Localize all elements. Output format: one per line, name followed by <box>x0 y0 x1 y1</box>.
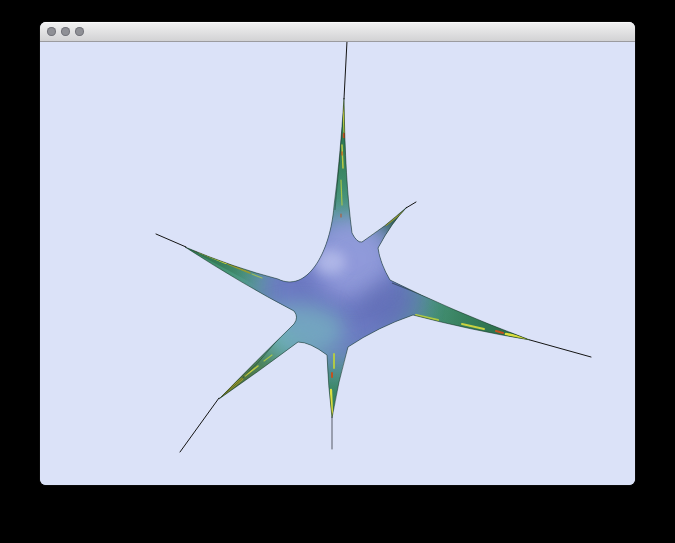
surface-figure <box>40 42 635 485</box>
close-button[interactable] <box>47 27 56 36</box>
zoom-button[interactable] <box>75 27 84 36</box>
desktop-background: { "window": { "title": "", "titlebar": {… <box>0 0 675 543</box>
minimize-button[interactable] <box>61 27 70 36</box>
app-window <box>40 22 635 485</box>
window-titlebar[interactable] <box>40 22 635 42</box>
render-viewport[interactable] <box>40 42 635 485</box>
stripe-yellow <box>342 145 343 168</box>
